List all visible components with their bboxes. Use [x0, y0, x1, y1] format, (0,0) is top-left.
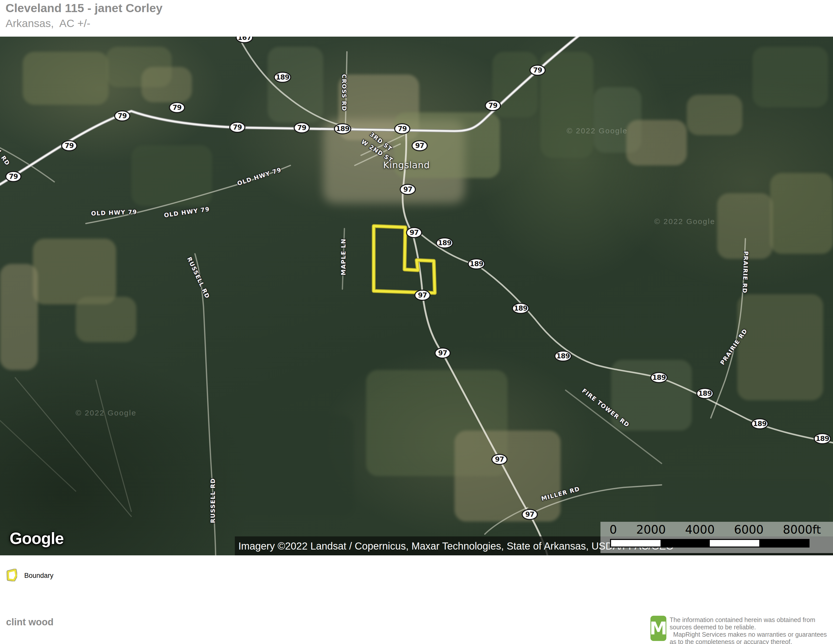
- disclaimer-line: The information contained herein was obt…: [670, 616, 833, 623]
- boundary-polygon: [374, 226, 435, 293]
- scale-tick-labels: 02000400060008000ft: [600, 522, 833, 536]
- scale-bar-segments: [610, 539, 809, 547]
- disclaimer-text: The information contained herein was obt…: [670, 616, 833, 644]
- imagery-watermark: © 2022 Google: [567, 127, 627, 135]
- disclaimer-line: sources deemed to be reliable.: [670, 623, 833, 631]
- route-shield: 189: [274, 72, 291, 83]
- google-logo: Google: [10, 529, 64, 548]
- route-shield: 97: [406, 227, 422, 238]
- legend-item-boundary: Boundary: [6, 569, 53, 581]
- page-title: Cleveland 115 - janet Corley: [6, 1, 162, 15]
- route-shield: 79: [294, 122, 310, 134]
- route-shield: 79: [485, 100, 501, 111]
- route-shield: 79: [5, 171, 21, 182]
- scale-tick: 0: [609, 523, 617, 536]
- road-prairie-rd: [711, 239, 745, 418]
- route-shield: 97: [412, 140, 428, 151]
- route-shield: 189: [436, 237, 453, 248]
- road-name-label: RUSSELL RD: [209, 478, 216, 523]
- scale-segment: [661, 540, 710, 546]
- road-name-label: CROSS RD: [341, 74, 347, 111]
- route-shield: 189: [334, 123, 351, 134]
- road-name-label: MAPLE LN: [340, 238, 347, 275]
- road-97: [402, 133, 547, 555]
- scale-bar: 02000400060008000ft: [600, 522, 833, 553]
- imagery-watermark: © 2022 Google: [76, 409, 136, 417]
- road-fire-tower-rd: [566, 390, 661, 464]
- scale-segment: [759, 540, 809, 546]
- route-shield: 97: [491, 454, 508, 465]
- legend-label: Boundary: [24, 572, 53, 580]
- route-shield: 189: [554, 351, 572, 362]
- place-label-kingsland: Kingsland: [383, 160, 430, 170]
- route-shield: 189: [468, 258, 485, 269]
- route-shield: 79: [394, 123, 410, 134]
- road-trail: [0, 420, 76, 491]
- page-subtitle: Arkansas, AC +/-: [6, 17, 90, 29]
- route-shield: 79: [229, 122, 245, 133]
- mapright-logo: M: [650, 616, 666, 641]
- scale-segment: [710, 540, 759, 546]
- road-trail: [96, 380, 131, 511]
- route-shield: 97: [522, 509, 538, 520]
- route-shield: 97: [414, 290, 431, 301]
- scale-tick: 6000: [734, 523, 764, 536]
- route-shield: 97: [434, 348, 451, 359]
- scale-tick: 8000ft: [783, 523, 821, 536]
- route-shield: 189: [512, 303, 529, 314]
- road-167: [239, 37, 355, 129]
- route-shield: 97: [400, 184, 416, 195]
- route-shield: 189: [696, 388, 714, 399]
- scale-tick: 4000: [685, 523, 715, 536]
- road-spur: [485, 508, 528, 534]
- author-name: clint wood: [6, 617, 53, 628]
- disclaimer-line: as to the completeness or accuracy there…: [670, 638, 833, 644]
- imagery-watermark: © 2022 Google: [654, 217, 715, 226]
- route-shield: 79: [529, 64, 546, 76]
- route-shield: 189: [814, 433, 831, 444]
- route-shield: 189: [751, 418, 769, 429]
- route-shield: 189: [650, 372, 667, 383]
- route-shield: 79: [61, 140, 77, 151]
- route-shield: 79: [169, 102, 185, 113]
- scale-segment: [611, 540, 661, 546]
- disclaimer-line: MapRight Services makes no warranties or…: [670, 631, 833, 638]
- scale-tick: 2000: [636, 523, 666, 536]
- route-shield: 79: [114, 110, 130, 121]
- boundary-legend-icon: [6, 569, 17, 581]
- map-canvas: © 2022 Google© 2022 Google© 2022 Google …: [0, 37, 833, 555]
